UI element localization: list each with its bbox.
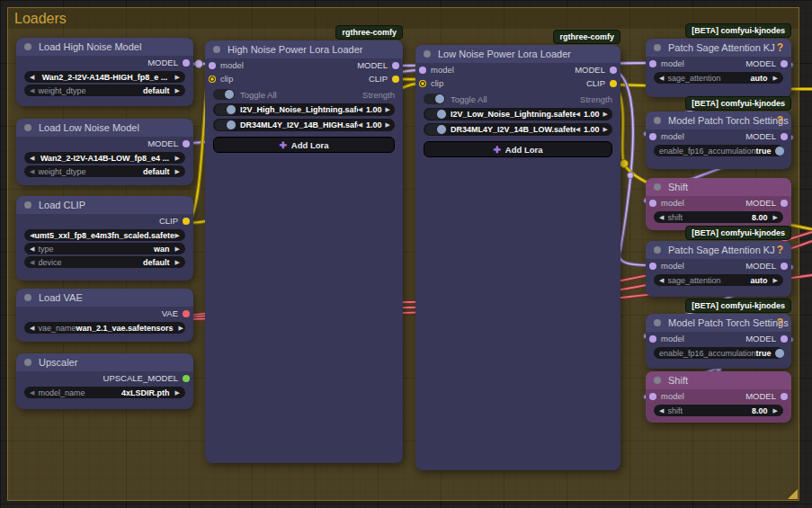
model-input-port[interactable] <box>649 335 656 343</box>
model-input-port[interactable] <box>649 133 656 140</box>
vae-name-widget[interactable]: ◀ vae_name wan_2.1_vae.safetensors ▶ <box>24 322 185 334</box>
node-load-vae[interactable]: Load VAE VAE ◀ vae_name wan_2.1_vae.safe… <box>16 289 193 342</box>
collapse-dot-icon[interactable] <box>654 117 661 124</box>
model-output-port[interactable] <box>610 67 617 74</box>
node-load-low-noise-model[interactable]: Load Low Noise Model MODEL ◀ Wan2_2-I2V-… <box>16 119 193 185</box>
combo-right-arrow-icon[interactable]: ▶ <box>175 74 180 81</box>
combo-left-arrow-icon[interactable]: ◀ <box>659 277 664 284</box>
lora-toggle-switch[interactable] <box>215 104 236 115</box>
lora-name[interactable]: DR34ML4Y_I2V_14B_HIGH.safete... <box>240 120 358 129</box>
model-output-port[interactable] <box>183 140 190 147</box>
combo-right-arrow-icon[interactable]: ▶ <box>175 168 180 175</box>
combo-left-arrow-icon[interactable]: ◀ <box>30 389 34 397</box>
lora-strength-value[interactable]: 1.00 <box>366 105 382 114</box>
collapse-dot-icon[interactable] <box>654 183 661 191</box>
combo-left-arrow-icon[interactable]: ◀ <box>30 87 34 94</box>
model-input-port[interactable] <box>649 263 656 270</box>
combo-right-arrow-icon[interactable]: ▶ <box>773 75 778 82</box>
number-decrement-icon[interactable]: ◀ <box>659 214 664 221</box>
help-icon[interactable]: ? <box>777 114 783 127</box>
device-widget[interactable]: ◀ device default ▶ <box>24 256 185 268</box>
group-resize-handle[interactable] <box>788 489 798 499</box>
lora-name[interactable]: I2V_Low_Noise_Lightning.safetensors <box>451 110 576 119</box>
upscale-model-output-port[interactable] <box>183 375 190 382</box>
lora-row[interactable]: I2V_High_Noise_Lightning.safeten... ◀ 1.… <box>213 103 395 116</box>
boolean-toggle-knob[interactable] <box>775 349 784 358</box>
number-decrement-icon[interactable]: ◀ <box>659 407 664 414</box>
strength-decrement-icon[interactable]: ◀ <box>576 111 580 118</box>
lora-toggle-switch[interactable] <box>425 124 447 135</box>
collapse-dot-icon[interactable] <box>24 201 31 209</box>
combo-right-arrow-icon[interactable]: ▶ <box>175 389 180 397</box>
model-output-port[interactable] <box>781 263 788 270</box>
model-output-port[interactable] <box>183 59 190 67</box>
lora-name[interactable]: DR34ML4Y_I2V_14B_LOW.safeten... <box>451 125 576 134</box>
sage-attention-widget[interactable]: ◀ sage_attention auto ▶ <box>654 72 783 84</box>
collapse-dot-icon[interactable] <box>654 377 661 384</box>
collapse-dot-icon[interactable] <box>654 319 661 326</box>
model-input-port[interactable] <box>419 67 426 74</box>
combo-left-arrow-icon[interactable]: ◀ <box>30 259 34 266</box>
lora-strength-value[interactable]: 1.00 <box>584 125 600 134</box>
shift-widget[interactable]: ◀ shift 8.00 ▶ <box>654 405 783 416</box>
strength-decrement-icon[interactable]: ◀ <box>358 106 362 113</box>
type-widget[interactable]: ◀ type wan ▶ <box>24 243 185 254</box>
model-output-port[interactable] <box>781 393 788 400</box>
clip-output-port[interactable] <box>610 80 617 87</box>
number-increment-icon[interactable]: ▶ <box>773 214 778 221</box>
group-title[interactable]: Loaders <box>8 11 67 27</box>
group-titlebar[interactable]: Loaders <box>8 8 799 29</box>
lora-toggle-switch[interactable] <box>215 120 236 130</box>
clip-output-port[interactable] <box>392 76 399 83</box>
node-titlebar[interactable]: Patch Sage Attention KJ ? <box>646 39 791 57</box>
combo-right-arrow-icon[interactable]: ▶ <box>175 155 180 162</box>
combo-left-arrow-icon[interactable]: ◀ <box>30 245 34 253</box>
combo-right-arrow-icon[interactable]: ▶ <box>175 259 180 266</box>
node-titlebar[interactable]: Load High Noise Model <box>16 38 193 56</box>
lora-row[interactable]: DR34ML4Y_I2V_14B_HIGH.safete... ◀ 1.00 ▶ <box>213 119 395 131</box>
clip-name-widget[interactable]: ◀ umt5_xxl_fp8_e4m3fn_scaled.safete... ▶ <box>24 229 185 241</box>
collapse-dot-icon[interactable] <box>213 46 220 53</box>
node-shift-1[interactable]: Shift model MODEL ◀ shift 8.00 ▶ <box>646 178 791 230</box>
weight-dtype-widget[interactable]: ◀ weight_dtype default ▶ <box>24 165 185 177</box>
strength-increment-icon[interactable]: ▶ <box>603 126 608 133</box>
combo-right-arrow-icon[interactable]: ▶ <box>773 277 778 284</box>
clip-input-port[interactable] <box>419 80 426 87</box>
node-titlebar[interactable]: Shift <box>646 178 791 196</box>
toggle-all-switch[interactable] <box>213 89 235 100</box>
model-output-port[interactable] <box>392 62 399 69</box>
node-shift-2[interactable]: Shift model MODEL ◀ shift 8.00 ▶ <box>646 371 791 423</box>
model-combo-widget[interactable]: ◀ Wan2_2-I2V-A14B-HIGH_fp8_e ... ▶ <box>24 71 185 83</box>
add-lora-button[interactable]: ✚ Add Lora <box>213 137 395 153</box>
node-load-high-noise-model[interactable]: Load High Noise Model MODEL ◀ Wan2_2-I2V… <box>16 38 193 106</box>
collapse-dot-icon[interactable] <box>654 44 661 51</box>
node-patch-sage-attention-2[interactable]: [BETA] comfyui-kjnodes Patch Sage Attent… <box>646 241 791 297</box>
node-upscaler[interactable]: Upscaler UPSCALE_MODEL ◀ model_name 4xLS… <box>16 353 193 409</box>
model-name-widget[interactable]: ◀ model_name 4xLSDIR.pth ▶ <box>24 387 185 398</box>
collapse-dot-icon[interactable] <box>654 246 661 254</box>
node-low-noise-power-lora-loader[interactable]: rgthree-comfy Low Noise Power Lora Loade… <box>415 45 620 470</box>
collapse-dot-icon[interactable] <box>24 294 31 301</box>
model-output-port[interactable] <box>781 200 788 207</box>
strength-increment-icon[interactable]: ▶ <box>386 121 390 129</box>
lora-row[interactable]: I2V_Low_Noise_Lightning.safetensors ◀ 1.… <box>424 108 612 120</box>
lora-name[interactable]: I2V_High_Noise_Lightning.safeten... <box>240 105 358 114</box>
node-titlebar[interactable]: Load VAE <box>16 289 193 307</box>
model-input-port[interactable] <box>649 60 656 67</box>
model-input-port[interactable] <box>649 393 656 400</box>
model-input-port[interactable] <box>649 200 656 207</box>
shift-widget[interactable]: ◀ shift 8.00 ▶ <box>654 211 783 223</box>
weight-dtype-widget[interactable]: ◀ weight_dtype default ▶ <box>24 85 185 96</box>
strength-decrement-icon[interactable]: ◀ <box>576 126 580 133</box>
help-icon[interactable]: ? <box>777 244 783 256</box>
lora-row[interactable]: DR34ML4Y_I2V_14B_LOW.safeten... ◀ 1.00 ▶ <box>424 123 612 136</box>
node-titlebar[interactable]: Low Noise Power Lora Loader <box>415 45 620 63</box>
combo-left-arrow-icon[interactable]: ◀ <box>30 168 34 175</box>
combo-right-arrow-icon[interactable]: ▶ <box>175 232 180 239</box>
node-titlebar[interactable]: Patch Sage Attention KJ ? <box>646 241 791 259</box>
enable-fp16-accumulation-widget[interactable]: enable_fp16_accumulation true <box>654 347 783 359</box>
node-titlebar[interactable]: Model Patch Torch Settings ? <box>646 111 791 129</box>
lora-toggle-switch[interactable] <box>425 109 447 120</box>
vae-output-port[interactable] <box>183 310 190 317</box>
lora-strength-value[interactable]: 1.00 <box>366 120 382 129</box>
